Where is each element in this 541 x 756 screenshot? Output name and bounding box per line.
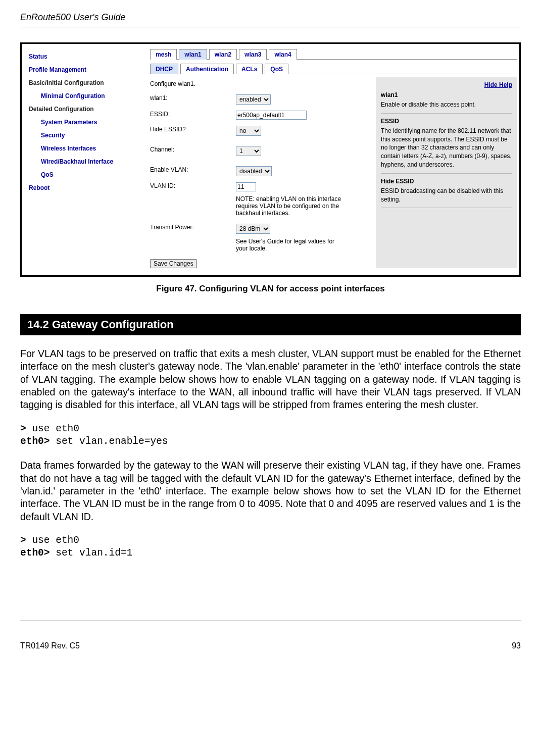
- hide-help-link[interactable]: Hide Help: [484, 81, 512, 88]
- footer-left: TR0149 Rev. C5: [20, 641, 80, 650]
- hide-essid-select[interactable]: no: [236, 126, 261, 136]
- cli2-prompt1: >: [20, 535, 26, 546]
- configuration-form: Configure wlan1. wlan1: enabled ESSID:: [150, 77, 366, 268]
- channel-label: Channel:: [150, 146, 236, 153]
- cli2-prompt2: eth0>: [20, 547, 50, 559]
- help-essid-title: ESSID: [381, 118, 512, 125]
- tab-wlan1[interactable]: wlan1: [179, 49, 207, 60]
- channel-select[interactable]: 1: [236, 146, 261, 156]
- paragraph-1: For VLAN tags to be preserved on traffic…: [20, 347, 521, 412]
- vlan-id-input[interactable]: [236, 182, 256, 191]
- page-header: EnRoute500 User's Guide: [20, 0, 521, 27]
- figure-caption: Figure 47. Configuring VLAN for access p…: [20, 284, 521, 294]
- screenshot-container: Status Profile Management Basic/Initial …: [20, 42, 521, 277]
- cli-block-2: > use eth0 eth0> set vlan.id=1: [20, 534, 521, 560]
- vlan-id-label: VLAN ID:: [150, 182, 236, 189]
- sidebar-qos[interactable]: QoS: [27, 169, 137, 182]
- section-header: 14.2 Gateway Configuration: [20, 314, 521, 335]
- sidebar-profile-management[interactable]: Profile Management: [27, 64, 137, 77]
- cli1-prompt2: eth0>: [20, 436, 50, 447]
- primary-tabs: mesh wlan1 wlan2 wlan3 wlan4: [150, 49, 517, 60]
- sidebar-system-parameters[interactable]: System Parameters: [27, 117, 137, 130]
- help-essid-text: The identifying name for the 802.11 netw…: [381, 127, 512, 169]
- save-changes-button[interactable]: Save Changes: [150, 259, 197, 268]
- wlan1-label: wlan1:: [150, 94, 236, 102]
- help-divider: [381, 113, 512, 114]
- tab-wlan2[interactable]: wlan2: [209, 49, 237, 60]
- subtab-dhcp[interactable]: DHCP: [150, 64, 178, 74]
- sidebar-wired-backhaul-interface[interactable]: Wired/Backhaul Interface: [27, 156, 137, 169]
- sidebar-detailed-heading: Detailed Configuration: [27, 104, 137, 117]
- secondary-tabs: DHCP Authentication ACLs QoS: [150, 64, 517, 74]
- sidebar-basic-heading: Basic/Initial Configuration: [27, 77, 137, 90]
- cli1-cmd1: use eth0: [26, 423, 79, 434]
- subtab-qos[interactable]: QoS: [265, 64, 288, 74]
- wlan1-select[interactable]: enabled: [236, 94, 271, 105]
- help-wlan1-text: Enable or disable this access point.: [381, 100, 512, 109]
- configure-title: Configure wlan1.: [150, 79, 366, 91]
- sidebar-wireless-interfaces[interactable]: Wireless Interfaces: [27, 143, 137, 156]
- essid-label: ESSID:: [150, 111, 236, 118]
- paragraph-2: Data frames forwarded by the gateway to …: [20, 459, 521, 523]
- sidebar: Status Profile Management Basic/Initial …: [24, 46, 140, 273]
- essid-input[interactable]: [236, 111, 307, 120]
- cli1-cmd2: set vlan.enable=yes: [50, 436, 168, 447]
- vlan-note: NOTE: enabling VLAN on this interface re…: [150, 194, 342, 220]
- sidebar-reboot[interactable]: Reboot: [27, 182, 137, 195]
- help-divider: [381, 173, 512, 174]
- transmit-power-label: Transmit Power:: [150, 224, 236, 231]
- footer-right: 93: [512, 641, 521, 650]
- help-wlan1-title: wlan1: [381, 91, 512, 98]
- main-content: mesh wlan1 wlan2 wlan3 wlan4 DHCP Authen…: [140, 46, 517, 273]
- enable-vlan-select[interactable]: disabled: [236, 166, 272, 176]
- enable-vlan-label: Enable VLAN:: [150, 166, 236, 173]
- tab-wlan3[interactable]: wlan3: [239, 49, 267, 60]
- transmit-power-note: See User's Guide for legal values for yo…: [150, 237, 342, 255]
- help-panel: Hide Help wlan1 Enable or disable this a…: [376, 77, 517, 268]
- help-hide-essid-text: ESSID broadcasting can be disabled with …: [381, 187, 512, 204]
- tab-wlan4[interactable]: wlan4: [269, 49, 297, 60]
- subtab-authentication[interactable]: Authentication: [180, 64, 234, 74]
- cli2-cmd2: set vlan.id=1: [50, 547, 133, 559]
- sidebar-status[interactable]: Status: [27, 51, 137, 64]
- help-hide-essid-title: Hide ESSID: [381, 178, 512, 185]
- help-divider: [381, 208, 512, 208]
- sidebar-security[interactable]: Security: [27, 130, 137, 143]
- page-footer: TR0149 Rev. C5 93: [20, 621, 521, 666]
- cli2-cmd1: use eth0: [26, 535, 79, 546]
- cli-block-1: > use eth0 eth0> set vlan.enable=yes: [20, 423, 521, 448]
- subtab-acls[interactable]: ACLs: [236, 64, 263, 74]
- cli1-prompt1: >: [20, 423, 26, 434]
- sidebar-minimal-configuration[interactable]: Minimal Configuration: [27, 90, 137, 104]
- transmit-power-select[interactable]: 28 dBm: [236, 224, 270, 234]
- tab-mesh[interactable]: mesh: [150, 49, 177, 60]
- hide-essid-label: Hide ESSID?: [150, 126, 236, 133]
